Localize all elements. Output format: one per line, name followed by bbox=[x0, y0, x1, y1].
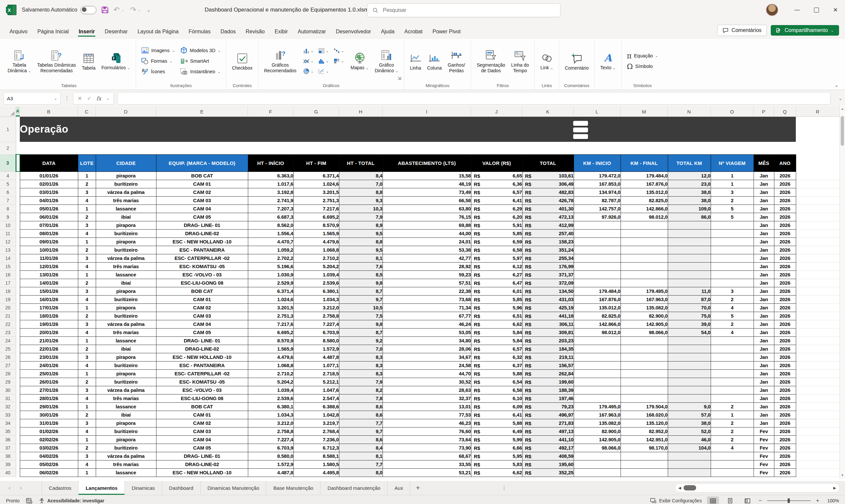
cell[interactable]: 135.082,0 bbox=[574, 419, 620, 427]
cell[interactable]: ESC -VOLVO - 03 bbox=[156, 270, 248, 279]
cell[interactable] bbox=[796, 328, 840, 337]
zoom-slider-thumb[interactable] bbox=[788, 498, 790, 503]
cell[interactable]: DRAG-LINE-02 bbox=[156, 229, 248, 237]
cell[interactable]: 2026 bbox=[774, 394, 796, 402]
cell[interactable]: 1.572,9 bbox=[294, 345, 339, 353]
cell[interactable] bbox=[16, 345, 20, 353]
cell[interactable]: CAM 04 bbox=[156, 204, 248, 213]
row-header[interactable]: 33 bbox=[0, 411, 16, 419]
row-header[interactable]: 16 bbox=[0, 270, 16, 279]
ribbon-tab-pagina-inicial[interactable]: Página Inicial bbox=[32, 26, 74, 39]
collapse-ribbon-icon[interactable]: ⌄ bbox=[834, 83, 839, 88]
cell[interactable] bbox=[796, 246, 840, 254]
cell[interactable]: R$6,36 bbox=[471, 180, 522, 188]
cell[interactable]: 8,5 bbox=[339, 270, 383, 279]
cell[interactable]: 7,9 bbox=[339, 213, 383, 221]
cell[interactable] bbox=[16, 295, 20, 304]
cell[interactable]: R$408,59 bbox=[522, 452, 574, 460]
cell[interactable]: 02/02/26 bbox=[20, 435, 78, 444]
cell[interactable] bbox=[620, 337, 668, 345]
cell[interactable]: 38,0 bbox=[668, 188, 711, 196]
cell[interactable] bbox=[711, 229, 754, 237]
cell[interactable]: 1 bbox=[711, 180, 754, 188]
cell[interactable]: Jan bbox=[754, 411, 774, 419]
cell[interactable]: 9,3 bbox=[339, 196, 383, 204]
cell[interactable] bbox=[16, 229, 20, 237]
cell[interactable]: 1 bbox=[78, 304, 96, 312]
cell[interactable]: Jan bbox=[754, 394, 774, 402]
row-header[interactable]: 36 bbox=[0, 435, 16, 444]
cell[interactable]: 4 bbox=[78, 328, 96, 337]
cell[interactable]: buritizeiro bbox=[96, 427, 156, 435]
column-header-E[interactable]: E bbox=[156, 107, 248, 116]
cell[interactable]: R$6,66 bbox=[471, 444, 522, 452]
chartwater-button[interactable]: ⌄ bbox=[331, 48, 346, 54]
cell[interactable]: CAM 05 bbox=[156, 213, 248, 221]
cell[interactable]: 8.580,0 bbox=[248, 452, 294, 460]
cell[interactable] bbox=[796, 287, 840, 295]
cell[interactable]: três marias bbox=[96, 394, 156, 402]
cell[interactable]: ESC - NEW HOLLAND -10 bbox=[156, 237, 248, 246]
cell[interactable] bbox=[574, 370, 620, 378]
cell[interactable]: 6.712,3 bbox=[294, 444, 339, 452]
row-header[interactable]: 3 bbox=[0, 155, 16, 172]
cell[interactable] bbox=[711, 345, 754, 353]
cell[interactable] bbox=[16, 370, 20, 378]
cell[interactable]: ESC- CATERPILLAR -02 bbox=[156, 370, 248, 378]
cell[interactable]: 8,6 bbox=[339, 435, 383, 444]
row-header[interactable]: 30 bbox=[0, 386, 16, 394]
cell[interactable]: 1.024,6 bbox=[248, 295, 294, 304]
chartcascade-button[interactable]: ⌄ bbox=[331, 58, 346, 64]
cell[interactable]: R$195,60 bbox=[522, 460, 574, 468]
cell[interactable]: 98.066,0 bbox=[620, 328, 668, 337]
cell[interactable]: BOB CAT bbox=[156, 287, 248, 295]
cell[interactable]: 2026 bbox=[774, 427, 796, 435]
cell[interactable]: 46,24 bbox=[383, 320, 471, 328]
cell[interactable]: R$306,11 bbox=[522, 320, 574, 328]
cell[interactable]: R$5,83 bbox=[471, 460, 522, 468]
cell[interactable]: Jan bbox=[754, 237, 774, 246]
cell[interactable]: 53,05 bbox=[383, 328, 471, 337]
cell[interactable]: Fev bbox=[754, 444, 774, 452]
cell[interactable]: 25/01/26 bbox=[20, 370, 78, 378]
cell[interactable]: CAM 02 bbox=[156, 188, 248, 196]
undo-icon[interactable]: ↶ bbox=[113, 6, 120, 14]
cell[interactable]: 68,67 bbox=[383, 452, 471, 460]
cell[interactable] bbox=[796, 468, 840, 476]
cell[interactable]: Jan bbox=[754, 204, 774, 213]
cell[interactable]: 6.703,9 bbox=[294, 328, 339, 337]
ribbon-tab-exibir[interactable]: Exibir bbox=[270, 26, 293, 39]
cell[interactable]: R$219,11 bbox=[522, 353, 574, 361]
table-header-mes[interactable]: MÊS bbox=[754, 155, 774, 172]
column-header-F[interactable]: F bbox=[248, 107, 294, 116]
row-header[interactable]: 7 bbox=[0, 196, 16, 204]
table-header-abastecimento-lts[interactable]: ABASTECIMENTO (LTS) bbox=[383, 155, 471, 172]
cell[interactable]: 5 bbox=[711, 312, 754, 320]
row-header[interactable]: 9 bbox=[0, 213, 16, 221]
cell[interactable]: 7.217,6 bbox=[248, 320, 294, 328]
cell[interactable]: 109,0 bbox=[668, 204, 711, 213]
cell[interactable] bbox=[711, 394, 754, 402]
cell[interactable] bbox=[16, 117, 20, 142]
cell[interactable]: 48,19 bbox=[383, 180, 471, 188]
cell[interactable] bbox=[620, 262, 668, 270]
smartart-button[interactable]: SmartArt bbox=[178, 56, 223, 66]
cell[interactable]: DRAG- LINE- 01 bbox=[156, 221, 248, 229]
cell[interactable]: 8,4 bbox=[339, 172, 383, 180]
cell[interactable]: 2 bbox=[711, 196, 754, 204]
column-header-J[interactable]: J bbox=[471, 107, 522, 116]
cell[interactable]: 1.030,9 bbox=[248, 270, 294, 279]
cell[interactable]: pirapora bbox=[96, 287, 156, 295]
ribbon-tab-desenhar[interactable]: Desenhar bbox=[100, 26, 133, 39]
cell[interactable]: 11/01/26 bbox=[20, 254, 78, 262]
cell[interactable]: 3 bbox=[78, 254, 96, 262]
cell[interactable]: 4.479,6 bbox=[294, 237, 339, 246]
cell[interactable]: 3 bbox=[78, 188, 96, 196]
column-header-G[interactable]: G bbox=[294, 107, 339, 116]
cell[interactable]: 3 bbox=[78, 320, 96, 328]
column-header-R[interactable]: R bbox=[796, 107, 840, 116]
cell[interactable]: DRAG-LINE-02 bbox=[156, 460, 248, 468]
cell[interactable] bbox=[796, 345, 840, 353]
cell[interactable] bbox=[16, 353, 20, 361]
cell[interactable]: ESC-LIU-GONG 08 bbox=[156, 279, 248, 287]
